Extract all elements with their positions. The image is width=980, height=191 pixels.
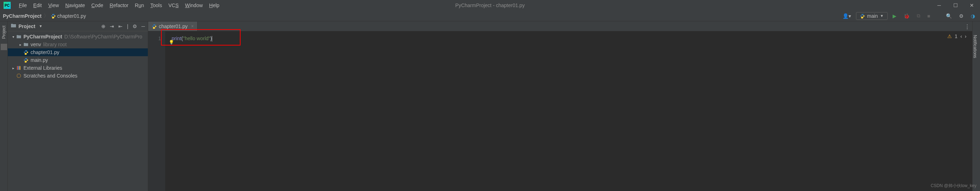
close-tab-icon[interactable]: × (191, 24, 194, 29)
maximize-button[interactable]: ☐ (947, 0, 964, 11)
menu-tools[interactable]: Tools (148, 1, 165, 10)
project-tool-header: Project ▼ ⊕ ⇥ ⇤ | ⚙ ─ (8, 21, 148, 31)
next-highlight-icon[interactable]: › (965, 33, 967, 39)
hide-icon[interactable]: ─ (142, 24, 145, 29)
tree-file-label: chapter01.py (30, 49, 59, 55)
user-icon[interactable]: 👤▾ (840, 12, 853, 20)
svg-rect-4 (19, 66, 21, 70)
svg-rect-2 (17, 66, 18, 70)
expand-arrow-icon[interactable]: ▸ (18, 43, 23, 46)
warning-icon: ⚠ (947, 33, 952, 39)
tree-row-root[interactable]: ▾ PyCharmProject D:\Software\PyCharm\PyC… (8, 33, 148, 41)
watermark: CSDN @帅小伙low_key (931, 183, 977, 189)
more-tabs-icon[interactable]: ⋮ (964, 24, 969, 30)
prev-highlight-icon[interactable]: ‹ (961, 33, 962, 39)
menu-navigate[interactable]: Navigate (62, 1, 88, 10)
svg-point-5 (17, 74, 21, 78)
python-file-icon (51, 14, 56, 19)
menu-view[interactable]: View (46, 1, 62, 10)
editor-tab-label: chapter01.py (159, 24, 188, 29)
python-file-icon (152, 24, 157, 29)
menu-file[interactable]: File (16, 1, 30, 10)
warning-count: 1 (955, 33, 958, 39)
folder-icon (23, 42, 29, 47)
run-config-name: main (867, 13, 878, 19)
folder-icon (11, 23, 16, 30)
tree-root-name: PyCharmProject (24, 34, 62, 40)
navigation-bar: PyCharmProject 〉 chapter01.py 👤▾ main ▼ … (0, 11, 980, 21)
minimize-button[interactable]: ─ (931, 0, 947, 11)
expand-arrow-icon[interactable]: ▸ (11, 66, 16, 70)
tree-row-file-chapter01[interactable]: chapter01.py (8, 48, 148, 56)
project-panel-title: Project (19, 24, 35, 29)
left-rail-project-tab[interactable]: Project (2, 23, 6, 41)
menu-run[interactable]: Run (132, 1, 147, 10)
right-tool-rail: Notifications (972, 21, 980, 191)
select-opened-file-icon[interactable]: ⊕ (101, 24, 105, 29)
left-tool-rail: Project (0, 21, 8, 191)
tree-external-label: External Libraries (24, 65, 62, 71)
menu-refactor[interactable]: Refactor (107, 1, 132, 10)
library-icon (16, 65, 22, 70)
project-tree: ▾ PyCharmProject D:\Software\PyCharm\PyC… (8, 31, 148, 191)
code-with-me-icon[interactable]: ◑ (969, 12, 977, 20)
expand-arrow-icon[interactable]: ▾ (11, 35, 16, 39)
window-controls: ─ ☐ ✕ (931, 0, 980, 11)
right-rail-notifications-tab[interactable]: Notifications (972, 32, 977, 61)
titlebar: PC File Edit View Navigate Code Refactor… (0, 0, 980, 11)
svg-rect-3 (18, 66, 19, 70)
python-file-icon (23, 57, 29, 63)
svg-point-0 (52, 14, 53, 14)
tree-row-external-libraries[interactable]: ▸ External Libraries (8, 64, 148, 72)
menu-vcs[interactable]: VCS (165, 1, 181, 10)
breadcrumb-file[interactable]: chapter01.py (51, 13, 86, 19)
project-tool-window: Project ▼ ⊕ ⇥ ⇤ | ⚙ ─ ▾ PyCharmProject D… (8, 21, 148, 191)
stop-button[interactable]: ■ (925, 12, 932, 20)
project-view-selector[interactable]: Project ▼ (11, 23, 42, 30)
chevron-right-icon: 〉 (44, 13, 49, 19)
close-button[interactable]: ✕ (964, 0, 980, 11)
code-line-1[interactable]: print("hello world") (172, 35, 972, 42)
settings-icon[interactable]: ⚙ (957, 12, 966, 20)
tree-row-scratches[interactable]: Scratches and Consoles (8, 72, 148, 80)
tree-scratches-label: Scratches and Consoles (24, 73, 78, 79)
run-button[interactable]: ▶ (891, 12, 899, 20)
tree-file-label: main.py (30, 57, 48, 63)
breadcrumb: PyCharmProject 〉 chapter01.py (3, 13, 86, 19)
breadcrumb-project[interactable]: PyCharmProject (3, 13, 41, 19)
editor-body[interactable]: 1 print("hello world") 💡 (148, 31, 972, 191)
app-logo-icon: PC (3, 2, 11, 9)
editor-inspection-status[interactable]: ⚠ 1 ‹ › (947, 33, 967, 39)
line-number: 1 (148, 35, 161, 42)
expand-all-icon[interactable]: ⇥ (110, 24, 114, 29)
tree-venv-tag: library root (43, 41, 67, 47)
structure-icon[interactable] (1, 44, 7, 50)
coverage-button[interactable]: ⧉ (915, 11, 923, 20)
editor-gutter: 1 (148, 31, 165, 191)
editor-tabs: chapter01.py × ⋮ (148, 21, 972, 31)
breadcrumb-file-label: chapter01.py (57, 13, 86, 19)
debug-button[interactable]: 🐞 (902, 12, 912, 20)
python-file-icon (23, 50, 29, 55)
menu-edit[interactable]: Edit (30, 1, 45, 10)
tree-row-file-main[interactable]: main.py (8, 56, 148, 64)
svg-point-1 (54, 17, 54, 18)
menu-help[interactable]: Help (207, 1, 223, 10)
search-icon[interactable]: 🔍 (944, 12, 954, 20)
tree-row-venv[interactable]: ▸ venv library root (8, 41, 148, 48)
python-icon (860, 14, 865, 19)
divider-icon: | (127, 24, 128, 29)
editor-tab-chapter01[interactable]: chapter01.py × (148, 22, 197, 31)
collapse-all-icon[interactable]: ⇤ (118, 24, 123, 29)
code-area[interactable]: print("hello world") 💡 (165, 31, 972, 191)
scratch-icon (16, 73, 22, 78)
intention-bulb-icon[interactable]: 💡 (169, 40, 174, 45)
menu-window[interactable]: Window (182, 1, 206, 10)
tool-settings-icon[interactable]: ⚙ (132, 24, 137, 29)
window-title: PyCharmProject - chapter01.py (455, 3, 525, 8)
run-config-selector[interactable]: main ▼ (856, 12, 887, 20)
chevron-down-icon: ▼ (39, 24, 42, 28)
text-cursor (212, 36, 212, 41)
menu-code[interactable]: Code (89, 1, 106, 10)
tree-root-path: D:\Software\PyCharm\PyCharmPro (64, 34, 142, 40)
